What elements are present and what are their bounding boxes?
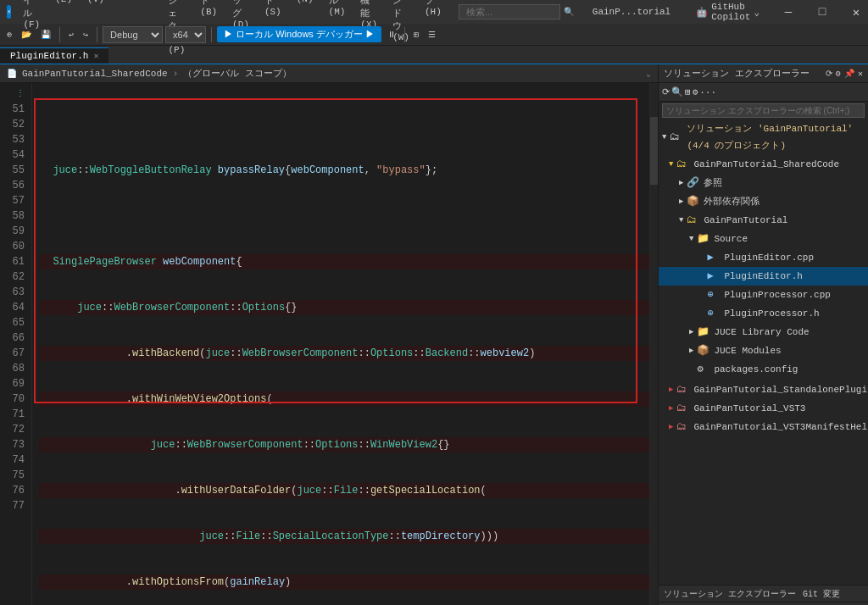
se-item-ext-deps[interactable]: ▶ 📦 外部依存関係: [659, 192, 868, 211]
toolbar-pause-btn[interactable]: ⏸: [384, 28, 399, 42]
se-sync-icon[interactable]: ⟳: [826, 69, 832, 79]
refs-label: 参照: [704, 175, 722, 191]
se-toolbar-expand[interactable]: ⊞: [685, 86, 691, 97]
ext-deps-icon: 📦: [687, 193, 700, 210]
juce-lib-icon: 📁: [697, 324, 710, 341]
pe-h-label: PluginEditor.h: [724, 268, 802, 285]
code-line-57: juce::WebBrowserComponent::Options::WinW…: [39, 437, 649, 452]
gainpan-icon: 🗂: [687, 212, 700, 229]
toolbar-redo-btn[interactable]: ↪: [80, 28, 92, 42]
code-content-area[interactable]: juce::WebToggleButtonRelay bypassRelay{w…: [32, 83, 649, 605]
se-toolbar-filter[interactable]: 🔍: [671, 86, 683, 97]
se-title: ソリューション エクスプローラー: [664, 67, 810, 80]
se-item-refs[interactable]: ▶ 🔗 参照: [659, 174, 868, 192]
se-solution-tab[interactable]: ソリューション エクスプローラー: [664, 588, 796, 600]
tab-label: PluginEditor.h: [10, 51, 88, 61]
sep1: [59, 27, 60, 42]
se-search-input[interactable]: [662, 103, 865, 118]
breadcrumb-icon: 📄: [7, 69, 17, 79]
title-search-input[interactable]: [459, 4, 560, 19]
source-label: Source: [714, 230, 748, 247]
se-item-packages[interactable]: ▶ ⚙ packages.config: [659, 360, 868, 379]
window-controls: — □ ✕: [771, 0, 868, 24]
code-line-58: .withUserDataFolder(juce::File::getSpeci…: [39, 483, 649, 498]
copilot-expand-icon: ⌄: [754, 7, 760, 18]
toolbar-save-btn[interactable]: 💾: [37, 28, 54, 42]
se-toolbar-sync[interactable]: ⟳: [662, 86, 670, 97]
standalone-icon: 🗂: [676, 381, 690, 398]
vst3manifest-icon: 🗂: [676, 419, 690, 436]
se-item-shared-code[interactable]: ▼ 🗂 GainPanTutorial_SharedCode: [659, 155, 868, 174]
editor-panel: 📄 GainPanTutorial_SharedCode › （グローバル スコ…: [0, 64, 658, 605]
se-item-source[interactable]: ▼ 📁 Source: [659, 230, 868, 248]
se-item-plugin-editor-cpp[interactable]: ▶ ▶ PluginEditor.cpp: [659, 248, 868, 267]
se-item-juce-lib[interactable]: ▶ 📁 JUCE Library Code: [659, 323, 868, 341]
shared-code-expand: ▼: [669, 156, 673, 173]
se-toolbar-more[interactable]: ···: [699, 87, 716, 97]
vst3-icon: 🗂: [676, 400, 690, 417]
debug-config-select[interactable]: Debug Release: [103, 26, 163, 43]
toolbar-new-btn[interactable]: ⊕: [3, 28, 15, 42]
juce-modules-icon: 📦: [697, 342, 710, 359]
start-debug-button[interactable]: ▶ ローカル Windows デバッガー ▶: [217, 26, 381, 42]
se-header: ソリューション エクスプローラー ⟳ ⚙ 📌 ✕: [659, 64, 868, 83]
toolbar-open-btn[interactable]: 📂: [18, 28, 35, 42]
solution-label: ソリューション 'GainPanTutorial' (4/4 のプロジェクト): [687, 120, 865, 154]
se-item-juce-modules[interactable]: ▶ 📦 JUCE Modules: [659, 341, 868, 360]
pp-cpp-icon: ⊕: [707, 286, 721, 303]
solution-expand-arrow: ▼: [662, 129, 666, 146]
juce-modules-label: JUCE Modules: [714, 342, 781, 359]
copilot-label: GitHub Copilot: [711, 2, 750, 22]
standalone-label: GainPanTutorial_StandalonePlugin: [693, 381, 868, 398]
breadcrumb-project[interactable]: GainPanTutorial_SharedCode: [22, 69, 168, 79]
code-editor: ⋮ 51 52 53 54 55 56 57 58 59 60 61 62 63…: [0, 83, 658, 605]
tab-close-icon[interactable]: ✕: [93, 51, 98, 61]
juce-lib-expand: ▶: [689, 324, 693, 341]
gainpan-label: GainPanTutorial: [704, 212, 787, 229]
se-git-tab[interactable]: Git 変更: [803, 588, 840, 600]
vst3-expand: ▶: [669, 400, 673, 417]
se-solution-root[interactable]: ▼ 🗂 ソリューション 'GainPanTutorial' (4/4 のプロジェ…: [659, 119, 868, 155]
minimize-button[interactable]: —: [771, 0, 805, 24]
ext-deps-label: 外部依存関係: [704, 193, 760, 210]
pp-cpp-label: PluginProcessor.cpp: [724, 286, 830, 303]
se-dock-icon[interactable]: 📌: [844, 69, 854, 79]
code-line-53: SinglePageBrowser webComponent{: [39, 254, 649, 269]
platform-select[interactable]: x64 x86: [165, 26, 206, 43]
se-item-plugin-processor-h[interactable]: ▶ ⊕ PluginProcessor.h: [659, 304, 868, 323]
toolbar-undo-btn[interactable]: ↩: [65, 28, 77, 42]
maximize-button[interactable]: □: [805, 0, 839, 24]
solution-explorer: ソリューション エクスプローラー ⟳ ⚙ 📌 ✕ ⟳ 🔍 ⊞ ⚙ ··· ▼ 🗂: [658, 64, 868, 605]
gainpan-expand: ▼: [679, 212, 683, 229]
app-icon: ⚡: [7, 5, 11, 19]
minimap[interactable]: [649, 83, 658, 605]
se-close-icon[interactable]: ✕: [858, 69, 863, 79]
title-bar: ⚡ ファイル(F) 編集(E) 表示(V) Git(G) プロジェクト(P) ビ…: [0, 0, 868, 24]
code-line-56: .withWinWebView2Options(: [39, 391, 649, 407]
se-toolbar-settings[interactable]: ⚙: [693, 86, 698, 97]
toolbar-grid-btn[interactable]: ⊞: [410, 28, 422, 42]
se-toolbar: ⟳ 🔍 ⊞ ⚙ ···: [659, 83, 868, 102]
github-icon: 🤖: [696, 7, 708, 18]
tab-plugineditor-h[interactable]: PluginEditor.h ✕: [0, 47, 108, 64]
code-line-54: juce::WebBrowserComponent::Options{}: [39, 300, 649, 315]
code-line-59: juce::File::SpecialLocationType::tempDir…: [39, 529, 649, 544]
se-item-gainpan[interactable]: ▼ 🗂 GainPanTutorial: [659, 211, 868, 230]
se-item-standalone[interactable]: ▶ 🗂 GainPanTutorial_StandalonePlugin: [659, 380, 868, 399]
se-settings-icon[interactable]: ⚙: [836, 69, 841, 79]
standalone-expand: ▶: [669, 381, 673, 398]
toolbar-menu-btn[interactable]: ☰: [425, 28, 439, 42]
packages-icon: ⚙: [697, 361, 710, 378]
se-item-vst3manifest[interactable]: ▶ 🗂 GainPanTutorial_VST3ManifestHelper: [659, 418, 868, 436]
se-item-plugin-processor-cpp[interactable]: ▶ ⊕ PluginProcessor.cpp: [659, 286, 868, 304]
close-button[interactable]: ✕: [839, 0, 868, 24]
vst3-label: GainPanTutorial_VST3: [693, 400, 805, 417]
breadcrumb-scope[interactable]: （グローバル スコープ）: [183, 67, 292, 80]
source-expand: ▼: [689, 230, 693, 247]
se-item-vst3[interactable]: ▶ 🗂 GainPanTutorial_VST3: [659, 399, 868, 418]
sep3: [211, 27, 212, 42]
breadcrumb: 📄 GainPanTutorial_SharedCode › （グローバル スコ…: [0, 64, 658, 83]
breadcrumb-expand-icon[interactable]: ⌄: [646, 69, 651, 79]
se-item-plugin-editor-h[interactable]: ▶ ▶ PluginEditor.h: [659, 267, 868, 286]
juce-modules-expand: ▶: [689, 342, 693, 359]
